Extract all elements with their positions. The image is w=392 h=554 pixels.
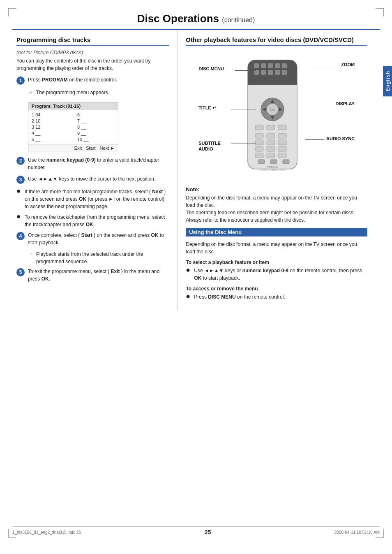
- prog-cell-2-2: 7 __: [77, 118, 115, 124]
- bullet-1: ● If there are more than ten total progr…: [16, 188, 169, 210]
- bullet-1-text: If there are more than ten total program…: [25, 188, 169, 210]
- prog-cell-4-2: 9 __: [77, 130, 115, 136]
- page-footer: 1_hts3156_93_eng2_final815.indd 25 25 20…: [12, 526, 380, 535]
- prog-cell-5-1: 5 __: [32, 137, 69, 142]
- subtitle-line: [231, 144, 256, 144]
- svg-rect-28: [278, 140, 286, 145]
- audio-sync-line: [305, 139, 324, 140]
- program-table-header: Program: Track (01-16): [28, 102, 118, 110]
- step-4: 4 Once complete, select { Start } on the…: [16, 232, 169, 246]
- zoom-line: [316, 66, 337, 66]
- svg-rect-12: [268, 63, 273, 68]
- svg-rect-18: [275, 70, 280, 75]
- right-section-title: Other playback features for video discs …: [186, 36, 367, 43]
- svg-rect-21: [267, 125, 275, 130]
- step-2-num: 2: [16, 157, 25, 165]
- step-5: 5 To exit the programme menu, select { E…: [16, 268, 169, 283]
- step-3-content: Use ◄►▲▼ keys to move the cursor to the …: [28, 175, 169, 183]
- svg-rect-30: [267, 146, 275, 151]
- svg-rect-16: [261, 70, 266, 75]
- note-text-2: The operating features described here mi…: [186, 209, 367, 224]
- remote-svg: OK: [235, 56, 309, 175]
- left-subtitle: (not for Picture CD/MP3 discs): [16, 50, 169, 56]
- svg-rect-32: [255, 153, 263, 158]
- right-column: Other playback features for video discs …: [178, 30, 380, 310]
- page-title-bar: Disc Operations (continued): [12, 0, 380, 30]
- prog-cell-3-2: 8 __: [77, 124, 115, 130]
- step-3-num: 3: [16, 176, 25, 184]
- footer-filename: 1_hts3156_93_eng2_final815.indd 25: [12, 530, 81, 535]
- step-1: 1 Press PROGRAM on the remote control.: [16, 76, 169, 85]
- access-bullet-text: Press DISC MENU on the remote control.: [194, 293, 285, 301]
- right-section-header: Other playback features for video discs …: [186, 36, 367, 46]
- step-1-num: 1: [16, 76, 25, 85]
- svg-rect-13: [275, 63, 280, 68]
- bullet-dot-2: ●: [16, 213, 22, 220]
- step-4-num: 4: [16, 232, 25, 240]
- svg-rect-2: [248, 76, 297, 85]
- label-disc-menu: DISC MENU: [198, 66, 224, 71]
- sub-heading-access: To access or remove the menu: [186, 286, 367, 292]
- label-display: DISPLAY: [335, 101, 355, 106]
- step-4-arrow: → Playback starts from the selected trac…: [28, 250, 169, 265]
- svg-rect-29: [255, 146, 263, 151]
- label-title: TITLE ↩: [198, 105, 216, 111]
- svg-rect-35: [258, 160, 265, 164]
- svg-rect-33: [267, 153, 275, 158]
- bullet-2-text: To remove the track/chapter from the pro…: [25, 213, 169, 228]
- arrow-icon-1: →: [28, 89, 34, 95]
- step-5-content: To exit the programme menu, select { Exi…: [28, 268, 169, 283]
- bullet-2: ● To remove the track/chapter from the p…: [16, 213, 169, 228]
- title-line: [231, 109, 256, 109]
- next-btn-label: Next ►: [99, 146, 115, 151]
- select-bullet: ● Use ◄►▲▼ keys or numeric keypad 0-9 on…: [186, 267, 367, 282]
- sub-heading-select: To select a playback feature or item: [186, 260, 367, 265]
- page-title: Disc Operations (continued): [29, 12, 363, 25]
- label-subtitle-audio: SUBTITLEAUDIO: [198, 140, 221, 152]
- svg-rect-27: [267, 140, 275, 145]
- prog-cell-4-1: 4 __: [32, 130, 69, 136]
- svg-rect-31: [278, 146, 286, 151]
- step-4-content: Once complete, select { Start } on the s…: [28, 232, 169, 246]
- step-4-arrow-text: Playback starts from the selected track …: [36, 250, 169, 265]
- svg-rect-34: [278, 153, 286, 158]
- using-disc-menu-title: Using the Disc Menu: [189, 229, 364, 235]
- english-tab: English: [383, 66, 392, 96]
- access-bullet-dot: ●: [186, 292, 191, 300]
- label-zoom: ZOOM: [341, 62, 355, 67]
- prog-cell-5-2: 10 __: [77, 137, 115, 142]
- disc-menu-line: [235, 70, 256, 71]
- svg-rect-14: [282, 63, 287, 68]
- svg-text:OK: OK: [270, 108, 275, 112]
- note-section: Note: Depending on the disc format, a me…: [186, 186, 367, 224]
- left-section-title: Programming disc tracks: [16, 36, 169, 43]
- using-disc-menu-header: Using the Disc Menu: [186, 228, 367, 236]
- access-bullet: ● Press DISC MENU on the remote control.: [186, 293, 367, 301]
- svg-rect-20: [255, 125, 263, 130]
- svg-text:PHILIPS: PHILIPS: [267, 165, 278, 168]
- step-1-arrow: → The programming menu appears.: [28, 89, 169, 96]
- prog-cell-1-1: 1 04: [32, 112, 69, 118]
- left-section-header: Programming disc tracks: [16, 36, 169, 46]
- note-label: Note:: [186, 186, 367, 192]
- corner-tl: [8, 8, 16, 16]
- prog-cell-2-1: 2 10: [32, 118, 69, 124]
- label-audio-sync: AUDIO SYNC: [326, 136, 355, 141]
- svg-text:HOME THEATER SYSTEM: HOME THEATER SYSTEM: [260, 169, 285, 172]
- program-table-body: 1 04 6 __ 2 10 7 __ 3 12 8 __ 4 __ 9 __ …: [28, 110, 118, 144]
- arrow-icon-4: →: [28, 250, 34, 257]
- select-bullet-dot: ●: [186, 266, 191, 274]
- step-2-content: Use the numeric keypad (0-9) to enter a …: [28, 156, 169, 171]
- display-line: [309, 105, 332, 105]
- svg-rect-36: [270, 160, 277, 164]
- svg-rect-11: [261, 63, 266, 68]
- left-column: Programming disc tracks (not for Picture…: [12, 30, 178, 310]
- footer-date: 2008-04-11 10:51:16 AM: [334, 530, 380, 535]
- step-1-arrow-text: The programming menu appears.: [36, 89, 109, 96]
- corner-tr: [376, 8, 384, 16]
- exit-btn-label: Exit: [74, 146, 82, 151]
- svg-rect-19: [282, 70, 287, 75]
- select-bullet-text: Use ◄►▲▼ keys or numeric keypad 0-9 on t…: [194, 267, 367, 282]
- using-disc-menu-intro: Depending on the disc format, a menu may…: [186, 241, 367, 255]
- svg-rect-17: [268, 70, 273, 75]
